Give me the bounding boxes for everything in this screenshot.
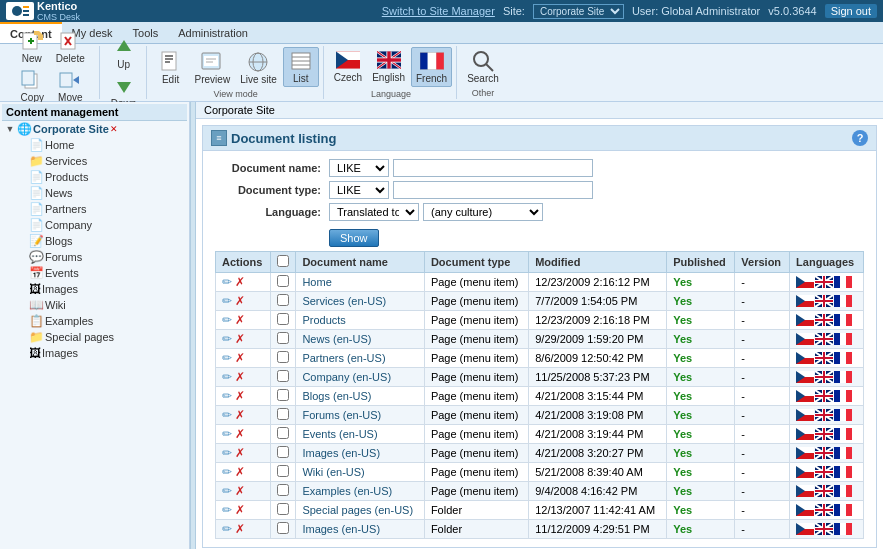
row-checkbox[interactable] [277,484,289,496]
sidebar-item-home[interactable]: ▶📄Home [16,137,187,153]
row-checkbox[interactable] [277,389,289,401]
site-select[interactable]: Corporate Site [533,4,624,19]
row-checkbox[interactable] [277,522,289,534]
row-checkbox[interactable] [277,275,289,287]
row-docname-link[interactable]: Forums (en-US) [302,409,381,421]
sidebar-item-events[interactable]: ▶📅Events [16,265,187,281]
move-button[interactable]: Move [52,67,88,105]
row-edit-icon[interactable]: ✏ [222,522,232,536]
row-edit-icon[interactable]: ✏ [222,275,232,289]
row-delete-icon[interactable]: ✗ [235,313,245,327]
row-checkbox[interactable] [277,332,289,344]
sidebar-item-images[interactable]: ▶🖼Images [16,281,187,297]
sidebar-item-news[interactable]: ▶📄News [16,185,187,201]
sidebar-item-blogs[interactable]: ▶📝Blogs [16,233,187,249]
row-checkbox[interactable] [277,465,289,477]
row-delete-icon[interactable]: ✗ [235,389,245,403]
row-docname-link[interactable]: Home [302,276,331,288]
show-button[interactable]: Show [329,229,379,247]
doc-name-input[interactable] [393,159,593,177]
row-docname-link[interactable]: Examples (en-US) [302,485,392,497]
en-flag [815,504,833,516]
row-docname-link[interactable]: Wiki (en-US) [302,466,364,478]
row-edit-icon[interactable]: ✏ [222,484,232,498]
row-docname-link[interactable]: Events (en-US) [302,428,377,440]
row-checkbox[interactable] [277,427,289,439]
sidebar-item-partners[interactable]: ▶📄Partners [16,201,187,217]
french-button[interactable]: French [411,47,452,87]
row-checkbox[interactable] [277,370,289,382]
edit-button[interactable]: Edit [153,49,189,87]
row-docname-link[interactable]: News (en-US) [302,333,371,345]
row-delete-icon[interactable]: ✗ [235,294,245,308]
row-edit-icon[interactable]: ✏ [222,503,232,517]
sidebar-item-services[interactable]: ▶📁Services [16,153,187,169]
row-delete-icon[interactable]: ✗ [235,370,245,384]
row-edit-icon[interactable]: ✏ [222,370,232,384]
row-checkbox[interactable] [277,408,289,420]
row-delete-icon[interactable]: ✗ [235,522,245,536]
sidebar-item-images[interactable]: ▶🖼Images [16,345,187,361]
search-button[interactable]: Search [463,48,503,86]
row-docname-link[interactable]: Products [302,314,345,326]
row-delete-icon[interactable]: ✗ [235,408,245,422]
row-delete-icon[interactable]: ✗ [235,484,245,498]
english-button[interactable]: English [368,47,409,87]
up-button[interactable]: Up [106,34,142,72]
row-delete-icon[interactable]: ✗ [235,446,245,460]
row-edit-icon[interactable]: ✏ [222,446,232,460]
sidebar-item-corporate-site[interactable]: ▼ 🌐 Corporate Site ✕ [2,121,187,137]
row-edit-icon[interactable]: ✏ [222,465,232,479]
row-edit-icon[interactable]: ✏ [222,294,232,308]
row-docname-link[interactable]: Images (en-US) [302,447,380,459]
language-value[interactable]: (any culture) [423,203,543,221]
row-docname-link[interactable]: Services (en-US) [302,295,386,307]
row-checkbox[interactable] [277,294,289,306]
row-docname-link[interactable]: Company (en-US) [302,371,391,383]
delete-button[interactable]: Delete [52,28,89,66]
copy-button[interactable]: Copy [14,67,50,105]
new-button[interactable]: New [14,28,50,66]
list-button[interactable]: List [283,47,319,87]
tab-administration[interactable]: Administration [168,22,258,43]
tree-toggle-corporate-site[interactable]: ▼ [4,123,16,135]
livesite-button[interactable]: Live site [236,49,281,87]
row-checkbox[interactable] [277,503,289,515]
doc-type-operator[interactable]: LIKE= [329,181,389,199]
row-edit-icon[interactable]: ✏ [222,427,232,441]
czech-button[interactable]: Czech [330,47,366,87]
doc-type-input[interactable] [393,181,593,199]
row-edit-icon[interactable]: ✏ [222,408,232,422]
row-checkbox[interactable] [277,313,289,325]
help-icon[interactable]: ? [852,130,868,146]
preview-button[interactable]: Preview [191,49,235,87]
row-delete-icon[interactable]: ✗ [235,275,245,289]
row-checkbox[interactable] [277,446,289,458]
switch-link[interactable]: Switch to Site Manager [382,5,495,17]
sidebar-item-company[interactable]: ▶📄Company [16,217,187,233]
sidebar-item-forums[interactable]: ▶💬Forums [16,249,187,265]
row-docname-link[interactable]: Blogs (en-US) [302,390,371,402]
row-docname-link[interactable]: Partners (en-US) [302,352,385,364]
sidebar-item-wiki[interactable]: ▶📖Wiki [16,297,187,313]
row-delete-icon[interactable]: ✗ [235,351,245,365]
row-checkbox[interactable] [277,351,289,363]
row-edit-icon[interactable]: ✏ [222,332,232,346]
row-delete-icon[interactable]: ✗ [235,465,245,479]
sign-out-button[interactable]: Sign out [825,4,877,18]
row-docname-link[interactable]: Special pages (en-US) [302,504,413,516]
row-edit-icon[interactable]: ✏ [222,351,232,365]
published-badge: Yes [673,447,692,459]
row-delete-icon[interactable]: ✗ [235,427,245,441]
sidebar-item-products[interactable]: ▶📄Products [16,169,187,185]
doc-name-operator[interactable]: LIKE=!= [329,159,389,177]
sidebar-item-special-pages[interactable]: ▶📁Special pages [16,329,187,345]
row-delete-icon[interactable]: ✗ [235,332,245,346]
sidebar-item-examples[interactable]: ▶📋Examples [16,313,187,329]
row-edit-icon[interactable]: ✏ [222,313,232,327]
row-delete-icon[interactable]: ✗ [235,503,245,517]
select-all-checkbox[interactable] [277,255,289,267]
row-edit-icon[interactable]: ✏ [222,389,232,403]
language-operator[interactable]: Translated toNot translated [329,203,419,221]
row-docname-link[interactable]: Images (en-US) [302,523,380,535]
